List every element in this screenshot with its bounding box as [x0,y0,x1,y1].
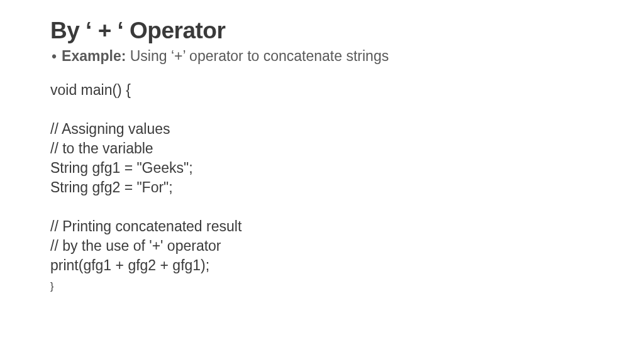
bullet-marker: • [52,48,57,67]
code-line: String gfg2 = "For"; [50,179,173,195]
code-line: // Printing concatenated result [50,218,242,234]
code-line: String gfg1 = "Geeks"; [50,160,193,176]
code-line: } [50,281,53,292]
example-bullet: • Example: Using ‘+’ operator to concate… [52,48,606,67]
code-line: // Assigning values [50,121,170,137]
code-line: // by the use of '+' operator [50,238,221,254]
code-line: // to the variable [50,140,153,156]
code-line: void main() { [50,82,131,98]
example-label: Example: [62,48,126,64]
code-snippet: void main() { // Assigning values // to … [50,80,606,295]
example-text-container: Example: Using ‘+’ operator to concatena… [62,48,389,65]
code-line: print(gfg1 + gfg2 + gfg1); [50,257,209,273]
example-description: Using ‘+’ operator to concatenate string… [126,48,389,64]
slide-title: By ‘ + ‘ Operator [50,18,606,44]
